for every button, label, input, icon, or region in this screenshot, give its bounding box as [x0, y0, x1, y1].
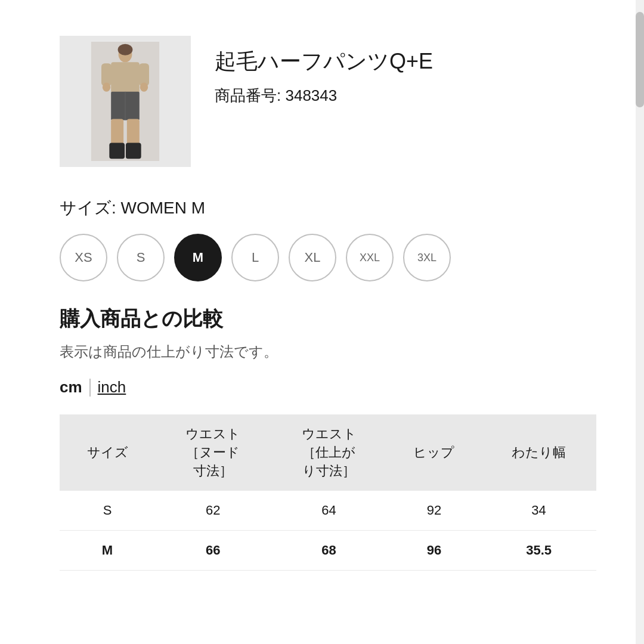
comparison-subtitle: 表示は商品の仕上がり寸法です。 [60, 342, 596, 361]
svg-rect-3 [111, 62, 140, 93]
table-header-waist-finish: ウエスト［仕上がり寸法］ [271, 414, 386, 491]
product-number-label: 商品番号: [215, 86, 281, 104]
table-cell-waist-nude-s: 62 [155, 491, 271, 531]
table-cell-thigh-s: 34 [481, 491, 596, 531]
size-section: サイズ: WOMEN M XS S M L XL XXL 3XL [60, 197, 596, 281]
product-number-value: 348343 [285, 86, 337, 104]
table-row: S 62 64 92 34 [60, 491, 596, 531]
size-xxl[interactable]: XXL [346, 234, 394, 281]
table-cell-waist-finish-m: 68 [271, 531, 386, 571]
size-xl[interactable]: XL [289, 234, 336, 281]
unit-inch[interactable]: inch [98, 378, 126, 397]
table-cell-waist-nude-m: 66 [155, 531, 271, 571]
table-cell-hip-s: 92 [387, 491, 481, 531]
product-image [60, 36, 191, 167]
product-figure-svg [89, 42, 161, 161]
unit-divider [89, 379, 91, 397]
table-header-hip: ヒップ [387, 414, 481, 491]
product-header: 起毛ハーフパンツQ+E 商品番号: 348343 [60, 36, 596, 167]
comparison-section: 購入商品との比較 表示は商品の仕上がり寸法です。 cm inch サイズ ウエス… [60, 305, 596, 571]
svg-point-2 [118, 44, 133, 55]
table-header-size: サイズ [60, 414, 155, 491]
comparison-title: 購入商品との比較 [60, 305, 596, 333]
table-row-highlighted: M 66 68 96 35.5 [60, 531, 596, 571]
table-cell-waist-finish-s: 64 [271, 491, 386, 531]
table-cell-size-m: M [60, 531, 155, 571]
product-number: 商品番号: 348343 [215, 85, 433, 106]
product-info: 起毛ハーフパンツQ+E 商品番号: 348343 [215, 36, 433, 106]
table-header-thigh: わたり幅 [481, 414, 596, 491]
table-cell-thigh-m: 35.5 [481, 531, 596, 571]
size-l[interactable]: L [231, 234, 279, 281]
size-m[interactable]: M [174, 234, 222, 281]
table-cell-size-s: S [60, 491, 155, 531]
scrollbar-thumb[interactable] [636, 12, 644, 107]
table-header-waist-nude: ウエスト［ヌード寸法］ [155, 414, 271, 491]
size-3xl[interactable]: 3XL [403, 234, 451, 281]
measurement-table: サイズ ウエスト［ヌード寸法］ ウエスト［仕上がり寸法］ ヒップ わたり幅 S … [60, 414, 596, 571]
svg-rect-11 [127, 119, 140, 145]
scrollbar[interactable] [636, 0, 644, 644]
size-xs[interactable]: XS [60, 234, 107, 281]
unit-toggle: cm inch [60, 378, 596, 397]
svg-rect-12 [109, 143, 125, 159]
svg-point-7 [140, 83, 148, 92]
size-label: サイズ: WOMEN M [60, 197, 596, 219]
unit-cm[interactable]: cm [60, 378, 82, 397]
page-container: 起毛ハーフパンツQ+E 商品番号: 348343 サイズ: WOMEN M XS… [0, 0, 644, 644]
table-cell-hip-m: 96 [387, 531, 481, 571]
svg-rect-10 [111, 119, 123, 145]
table-header-row: サイズ ウエスト［ヌード寸法］ ウエスト［仕上がり寸法］ ヒップ わたり幅 [60, 414, 596, 491]
svg-point-6 [103, 83, 110, 92]
product-name: 起毛ハーフパンツQ+E [215, 48, 433, 76]
svg-rect-13 [126, 143, 141, 159]
size-options: XS S M L XL XXL 3XL [60, 234, 596, 281]
size-s[interactable]: S [117, 234, 165, 281]
